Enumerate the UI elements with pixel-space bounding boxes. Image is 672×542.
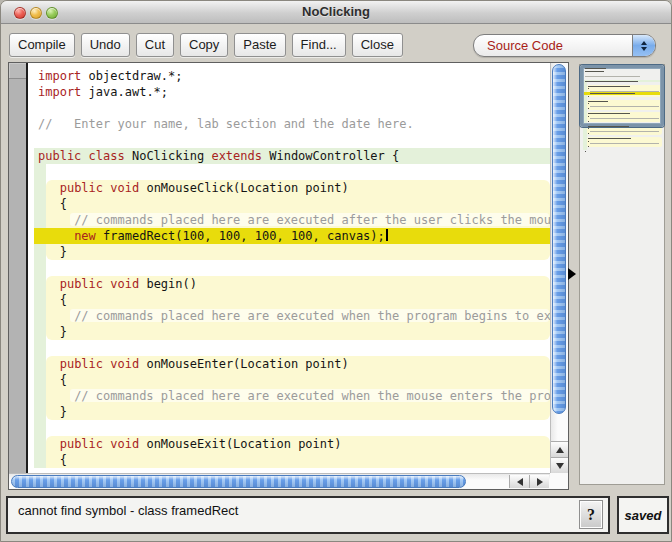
code-line-text: public void onMouseEnter(Location point): [30, 356, 550, 372]
help-button[interactable]: ?: [579, 500, 603, 529]
save-status: saved: [625, 508, 662, 523]
code-line-text: {: [30, 196, 550, 212]
editor-panel: import objectdraw.*;import java.awt.*;//…: [8, 62, 569, 490]
title-bar[interactable]: NoClicking: [1, 1, 671, 24]
code-line[interactable]: }: [30, 404, 550, 420]
code-line-text: {: [30, 452, 550, 468]
code-line[interactable]: public void onMouseClick(Location point): [30, 180, 550, 196]
code-line[interactable]: {: [30, 292, 550, 308]
code-line[interactable]: {: [30, 452, 550, 468]
code-line-text: // commands placed here are executed whe…: [30, 308, 550, 324]
copy-button[interactable]: Copy: [180, 33, 228, 57]
code-line[interactable]: public void onMouseEnter(Location point): [30, 356, 550, 372]
code-line-text: // commands placed here are executed whe…: [30, 388, 550, 404]
arrow-down-icon: [556, 463, 564, 473]
code-line-text: import objectdraw.*;: [30, 68, 550, 84]
vertical-scrollbar[interactable]: [550, 63, 568, 473]
code-line[interactable]: }: [30, 324, 550, 340]
code-line-text: {: [30, 372, 550, 388]
horizontal-scroll-buttons: [509, 475, 549, 488]
code-line-text: import java.awt.*;: [30, 84, 550, 100]
scroll-left-button[interactable]: [509, 475, 529, 488]
breakpoint-gutter[interactable]: [9, 63, 28, 473]
code-line[interactable]: [30, 340, 550, 356]
code-line-text: public void onMouseExit(Location point): [30, 436, 550, 452]
minimap-panel[interactable]: [579, 64, 665, 485]
code-line[interactable]: public class NoClicking extends WindowCo…: [30, 148, 550, 164]
status-message-box: cannot find symbol - class framedRect ?: [6, 496, 610, 534]
app-window: NoClicking CompileUndoCutCopyPasteFind..…: [0, 0, 672, 542]
paste-button[interactable]: Paste: [234, 33, 285, 57]
scroll-right-button[interactable]: [529, 475, 549, 488]
horizontal-scrollbar-thumb[interactable]: [11, 475, 466, 488]
code-line-text: {: [30, 292, 550, 308]
code-line[interactable]: public void onMouseExit(Location point): [30, 436, 550, 452]
code-area[interactable]: import objectdraw.*;import java.awt.*;//…: [30, 63, 550, 473]
code-line[interactable]: {: [30, 196, 550, 212]
code-line[interactable]: [30, 132, 550, 148]
code-line[interactable]: new framedRect(100, 100, 100, 100, canva…: [30, 228, 550, 244]
scroll-down-button[interactable]: [551, 457, 568, 473]
status-message: cannot find symbol - class framedRect: [18, 503, 238, 518]
code-line-text: // commands placed here are executed aft…: [30, 212, 550, 228]
view-selector-dropdown[interactable]: Source Code: [473, 34, 656, 57]
arrow-up-icon: [556, 443, 564, 453]
close-button[interactable]: Close: [352, 33, 403, 57]
arrow-left-icon: [513, 478, 523, 486]
code-line[interactable]: public void begin(): [30, 276, 550, 292]
vertical-scrollbar-thumb[interactable]: [552, 64, 566, 414]
minimap-line: [581, 150, 663, 153]
code-line-text: // Enter your name, lab section and the …: [30, 116, 550, 132]
toolbar: CompileUndoCutCopyPasteFind...Close Sour…: [1, 24, 671, 62]
code-line[interactable]: [30, 100, 550, 116]
code-line-text: }: [30, 404, 550, 420]
horizontal-scrollbar[interactable]: [9, 473, 550, 489]
find-button[interactable]: Find...: [292, 33, 346, 57]
code-line[interactable]: }: [30, 244, 550, 260]
code-line[interactable]: [30, 164, 550, 180]
view-selector-value: Source Code: [487, 38, 563, 53]
scrollbar-corner: [550, 473, 568, 489]
code-line-text: public void onMouseClick(Location point): [30, 180, 550, 196]
toolbar-buttons: CompileUndoCutCopyPasteFind...Close: [9, 33, 403, 57]
text-caret: [386, 229, 388, 241]
dropdown-stepper-icon[interactable]: [632, 35, 655, 56]
undo-button[interactable]: Undo: [81, 33, 130, 57]
code-line[interactable]: // commands placed here are executed whe…: [30, 308, 550, 324]
code-line-text: public void begin(): [30, 276, 550, 292]
window-title: NoClicking: [1, 4, 671, 19]
code-line[interactable]: // commands placed here are executed aft…: [30, 212, 550, 228]
code-line[interactable]: [30, 420, 550, 436]
vertical-scroll-buttons: [551, 441, 568, 473]
arrow-right-icon: [537, 478, 547, 486]
gutter-header: [9, 63, 26, 79]
code-line-text: }: [30, 244, 550, 260]
code-line-text: public class NoClicking extends WindowCo…: [30, 148, 550, 164]
compile-button[interactable]: Compile: [9, 33, 75, 57]
code-line-text: new framedRect(100, 100, 100, 100, canva…: [30, 228, 550, 244]
cut-button[interactable]: Cut: [136, 33, 174, 57]
code-line-text: }: [30, 324, 550, 340]
code-line[interactable]: import java.awt.*;: [30, 84, 550, 100]
save-status-box: saved: [617, 496, 669, 534]
scroll-up-button[interactable]: [551, 441, 568, 457]
code-line[interactable]: {: [30, 372, 550, 388]
code-line[interactable]: import objectdraw.*;: [30, 68, 550, 84]
code-line[interactable]: // commands placed here are executed whe…: [30, 388, 550, 404]
code-line[interactable]: [30, 260, 550, 276]
code-line[interactable]: // Enter your name, lab section and the …: [30, 116, 550, 132]
